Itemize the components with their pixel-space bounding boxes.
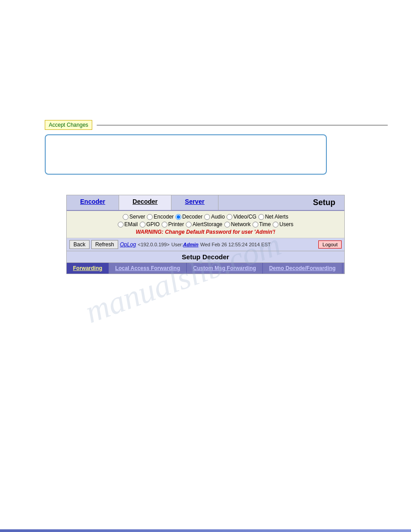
radio-server[interactable]: Server [123, 214, 145, 220]
radio-time[interactable]: Time [253, 221, 271, 227]
ip-address: <192.0.0.199> [138, 242, 170, 247]
sub-tab-custom-msg-forwarding[interactable]: Custom Msg Forwarding [187, 263, 263, 274]
warning-text: WARNING: Change Default Password for use… [71, 229, 340, 235]
radio-decoder[interactable]: Decoder [176, 214, 202, 220]
radio-video-cg[interactable]: Video/CG [227, 214, 257, 220]
page-title: Setup Decoder [67, 251, 344, 263]
sub-tab-demo-decode-forwarding[interactable]: Demo Decode/Forwarding [263, 263, 342, 274]
username: Admin [183, 242, 198, 247]
info-box [45, 134, 327, 175]
radio-encoder[interactable]: Encoder [147, 214, 174, 220]
accept-changes-button[interactable]: Accept Changes [45, 120, 92, 130]
accept-changes-area: Accept Changes [45, 120, 388, 130]
user-label: User:Admin [171, 242, 199, 247]
radio-printer[interactable]: Printer [162, 221, 184, 227]
tab-server[interactable]: Server [171, 195, 218, 210]
radio-network[interactable]: Network [224, 221, 251, 227]
bottom-bar [0, 529, 411, 532]
radio-email[interactable]: EMail [118, 221, 138, 227]
main-panel: Encoder Decoder Server Setup Server Enco… [66, 195, 345, 274]
back-button[interactable]: Back [69, 240, 90, 249]
tab-setup: Setup [218, 195, 344, 210]
tab-encoder[interactable]: Encoder [67, 195, 119, 210]
refresh-button[interactable]: Refresh [91, 240, 118, 249]
sub-tab-forwarding[interactable]: Forwarding [67, 263, 109, 274]
radio-row-1: Server Encoder Decoder Audio Video/CG Ne… [71, 214, 340, 220]
main-nav-tabs: Encoder Decoder Server Setup [67, 195, 344, 211]
sub-nav-tabs: Forwarding Local Access Forwarding Custo… [67, 263, 344, 274]
oplog-link[interactable]: OpLog [120, 241, 136, 248]
radio-alert-storage[interactable]: AlertStorage [186, 221, 223, 227]
toolbar-row: Back Refresh OpLog <192.0.0.199> User:Ad… [67, 238, 344, 251]
radio-row-2: EMail GPIO Printer AlertStorage Network … [71, 221, 340, 227]
sub-tab-local-access-forwarding[interactable]: Local Access Forwarding [109, 263, 187, 274]
radio-users[interactable]: Users [273, 221, 293, 227]
radio-audio[interactable]: Audio [204, 214, 225, 220]
radio-gpio[interactable]: GPIO [140, 221, 160, 227]
datetime: Wed Feb 26 12:55:24 2014 EST [200, 242, 271, 247]
logout-button[interactable]: Logout [318, 240, 342, 249]
divider-line [97, 125, 388, 125]
tab-decoder[interactable]: Decoder [119, 195, 171, 210]
radio-net-alerts[interactable]: Net Alerts [258, 214, 288, 220]
radio-section: Server Encoder Decoder Audio Video/CG Ne… [67, 211, 344, 238]
